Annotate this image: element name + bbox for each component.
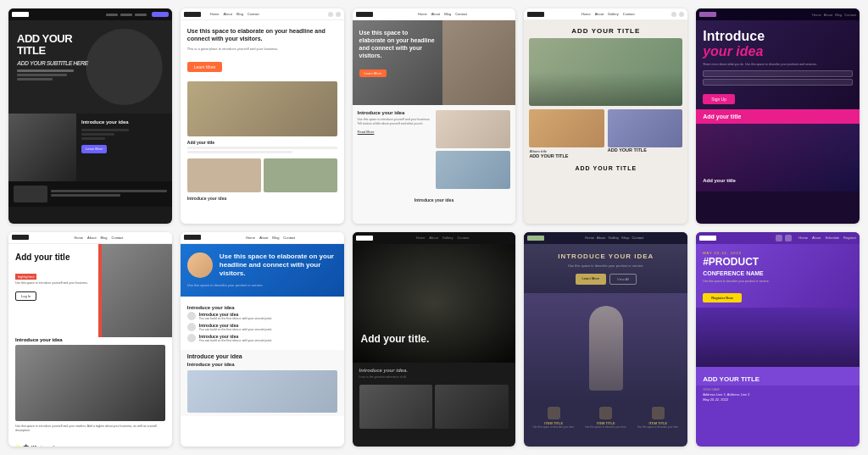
card8-title: Add your title. <box>361 333 508 345</box>
template-card-1[interactable]: Add your title Add your subtitle here In… <box>8 8 172 224</box>
card3-logo <box>356 12 373 17</box>
card9-hero: INTRODUCE YOUR IDEA Use this space to de… <box>524 244 687 293</box>
card1-bottom-thumb <box>14 186 47 203</box>
card6-logo <box>12 235 29 240</box>
nav-item: Contact <box>844 13 856 17</box>
card6-cta: Log In <box>15 291 36 301</box>
img1 <box>436 110 510 148</box>
card9-item1: ITEM TITLE Use this space to describe yo… <box>529 407 578 429</box>
card9-logo <box>527 236 544 241</box>
card7-bottom-title1: Introduce your idea <box>187 353 337 359</box>
card10-photo <box>696 308 860 367</box>
nav-item: Blog <box>835 13 842 17</box>
card8-intro-title: Introduce your idea. <box>359 368 509 373</box>
card10-venue: VENUE NAME Address Line 1, Address Line … <box>696 386 860 406</box>
card10-add-title: ADD YOUR TITLE <box>696 367 860 386</box>
template-card-3[interactable]: Home About Blog Contact Use this space t… <box>353 8 516 224</box>
card8-logo <box>356 236 373 241</box>
nav-item: Blog <box>272 236 279 240</box>
card5-inputs <box>703 70 853 86</box>
card4-footer-title: ADD YOUR TITLE <box>524 162 687 175</box>
card4-logo <box>527 12 544 17</box>
card3-hero-left: Use this space to elaborate on your head… <box>353 20 442 105</box>
card5-logo <box>699 12 716 17</box>
nav-item: Contact <box>283 236 295 240</box>
photo2 <box>608 109 682 147</box>
card5-title1: Introduce <box>703 29 853 44</box>
card2-photo-row <box>181 158 344 192</box>
card3-headline: Use this space to elaborate on your head… <box>359 29 436 59</box>
card10-logo <box>699 236 716 241</box>
card2-footer-sub: Introduce your idea <box>181 192 344 204</box>
nav-item <box>106 14 118 16</box>
card5-sub-section: Add your title <box>696 109 860 124</box>
point-icon1 <box>187 312 196 320</box>
card1-sub-title: Introduce your idea <box>81 119 129 126</box>
item2-text: Use this space to describe your item. <box>581 425 631 429</box>
template-card-7[interactable]: Home About Blog Contact Use this space t… <box>181 232 344 447</box>
card10-venue-item: VENUE NAME Address Line 1, Address Line … <box>703 388 853 397</box>
card9-items: ITEM TITLE Use this space to describe yo… <box>524 403 687 432</box>
card8-sub: Introduce your idea. Love is the greates… <box>353 363 516 385</box>
template-card-5[interactable]: Home About Blog Contact Introduce your i… <box>696 8 860 224</box>
card4-item2: ADD YOUR TITLE <box>608 109 682 158</box>
card6-highlight: highlighted <box>15 274 36 280</box>
point-text3: Introduce your idea You can build on the… <box>199 334 272 342</box>
card6-nav: Home About Blog Contact <box>74 236 123 240</box>
card5-sub-title: Add your title <box>703 114 853 119</box>
card6-text: Use this space to introduce yourself and… <box>15 281 92 286</box>
card6-portrait: Introduce your idea Use this space to in… <box>8 337 172 441</box>
template-card-9[interactable]: Home About Gallery Shop Contact INTRODUC… <box>524 232 687 447</box>
card4-headline: ADD YOUR TITLE <box>524 20 687 38</box>
template-card-6[interactable]: Home About Blog Contact Add your title h… <box>8 232 172 447</box>
card7-points: Introduce your idea Introduce your idea … <box>181 297 344 350</box>
card1-title-line1: Add your <box>17 33 88 45</box>
nav-item: Contact <box>632 236 643 240</box>
photo1 <box>187 158 261 192</box>
nav-item: About <box>597 236 605 240</box>
template-card-2[interactable]: Home About Blog Contact Use this space t… <box>181 8 344 224</box>
item2-icon <box>599 407 612 419</box>
nav-item: About <box>812 236 821 240</box>
card9-topbar: Home About Gallery Shop Contact <box>524 232 687 244</box>
input2 <box>703 79 853 86</box>
card6-portrait-photo <box>15 345 165 421</box>
point-title1: Introduce your idea <box>187 305 337 310</box>
card1-sub-cta: Learn More <box>81 145 107 153</box>
card10-cta: Register Now <box>703 293 742 302</box>
social-icon1 <box>776 235 782 241</box>
nav-item: Shop <box>621 236 629 240</box>
nav-item: Blog <box>444 12 451 16</box>
nav-item: Home <box>246 236 255 240</box>
card5-cta: Sign Up <box>703 94 735 104</box>
card3-hero: Use this space to elaborate on your head… <box>353 20 516 105</box>
nav-item: Home <box>418 12 427 16</box>
card6-intro-title: Introduce your idea <box>15 337 165 342</box>
point-tx1: You can build on the first idea or add y… <box>199 317 272 320</box>
template-card-10[interactable]: Home About Schedule Register May 20-22, … <box>696 232 860 447</box>
card2-content: Use this space to elaborate on your head… <box>181 20 344 79</box>
card7-bottom: Introduce your idea Introduce your idea <box>181 350 344 416</box>
card1-sub-img <box>8 114 76 181</box>
card2-headline: Use this space to elaborate on your head… <box>187 27 337 42</box>
nav-item: Contact <box>248 12 259 16</box>
card7-avatar <box>187 252 213 278</box>
card9-item2: ITEM TITLE Use this space to describe yo… <box>581 407 631 429</box>
card1-cta-btn <box>152 12 169 17</box>
card4-sub-grid: Album title ADD YOUR TITLE ADD YOUR TITL… <box>524 106 687 162</box>
card10-social <box>776 235 792 241</box>
card8-nav: Home About Gallery Contact <box>416 236 470 240</box>
nav-item: Home <box>812 13 821 17</box>
template-card-4[interactable]: Home About Gallery Contact ADD YOUR TITL… <box>524 8 687 224</box>
point-item2: Introduce your idea You can build on the… <box>187 323 337 331</box>
card9-cta-group: Learn More View All <box>531 274 681 285</box>
nav-item: Contact <box>457 236 469 240</box>
card7-topbar: Home About Blog Contact <box>181 232 344 244</box>
nav-item: Home <box>74 236 83 240</box>
template-card-8[interactable]: Home About Gallery Contact Add your titl… <box>353 232 516 447</box>
card5-bottom: Add your title <box>696 124 860 191</box>
card3-link: Read More <box>358 130 432 134</box>
line2 <box>51 194 120 197</box>
nav-item: Contact <box>112 236 124 240</box>
card6-topbar: Home About Blog Contact <box>8 232 172 244</box>
